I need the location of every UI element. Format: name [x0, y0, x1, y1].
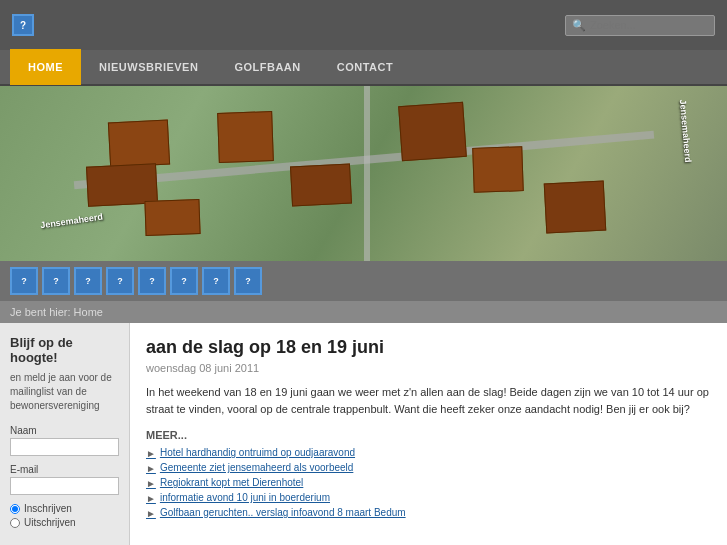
- logo-area: ?: [12, 14, 34, 36]
- sidebar: Blijf op de hoogte! en meld je aan voor …: [0, 323, 130, 545]
- logo-icon: ?: [12, 14, 34, 36]
- article-link-1[interactable]: ►Gemeente ziet jensemaheerd als voorbeel…: [146, 462, 711, 474]
- breadcrumb-prefix: Je bent hier:: [10, 306, 71, 318]
- bullet-arrow: ►: [146, 508, 156, 519]
- thumbnail-2[interactable]: ?: [74, 267, 102, 295]
- article-link-2[interactable]: ►Regiokrant kopt met Dierenhotel: [146, 477, 711, 489]
- sidebar-title: Blijf op de hoogte!: [10, 335, 119, 365]
- hero-image: Jensemaheerd Jensemaheerd: [0, 86, 727, 261]
- article-area: aan de slag op 18 en 19 juni woensdag 08…: [130, 323, 727, 545]
- breadcrumb-current: Home: [74, 306, 103, 318]
- thumbnail-6[interactable]: ?: [202, 267, 230, 295]
- sidebar-description: en meld je aan voor de mailinglist van d…: [10, 371, 119, 413]
- inschrijven-label: Inschrijven: [24, 503, 72, 514]
- article-title: aan de slag op 18 en 19 juni: [146, 337, 711, 358]
- meer-label: MEER...: [146, 429, 711, 441]
- uitschrijven-row[interactable]: Uitschrijven: [10, 517, 119, 528]
- bullet-arrow: ►: [146, 493, 156, 504]
- email-input[interactable]: [10, 477, 119, 495]
- thumbnail-0[interactable]: ?: [10, 267, 38, 295]
- page-header: ? 🔍: [0, 0, 727, 50]
- thumbnail-3[interactable]: ?: [106, 267, 134, 295]
- article-date: woensdag 08 juni 2011: [146, 362, 711, 374]
- main-navigation: HOMENIEUWSBRIEVENGOLFBAANCONTACT: [0, 50, 727, 86]
- article-links: ►Hotel hardhandig ontruimd op oudjaaravo…: [146, 447, 711, 519]
- breadcrumb: Je bent hier: Home: [0, 301, 727, 323]
- nav-item-contact[interactable]: CONTACT: [319, 49, 411, 85]
- search-icon: 🔍: [572, 19, 586, 32]
- inschrijven-radio[interactable]: [10, 504, 20, 514]
- nav-item-golfbaan[interactable]: GOLFBAAN: [216, 49, 318, 85]
- uitschrijven-radio[interactable]: [10, 518, 20, 528]
- bullet-arrow: ►: [146, 478, 156, 489]
- email-label: E-mail: [10, 464, 119, 475]
- bullet-arrow: ►: [146, 463, 156, 474]
- aerial-photo: Jensemaheerd Jensemaheerd: [0, 86, 727, 261]
- thumbnail-4[interactable]: ?: [138, 267, 166, 295]
- thumbnail-strip: ????????: [0, 261, 727, 301]
- nav-item-home[interactable]: HOME: [10, 49, 81, 85]
- article-link-3[interactable]: ►informatie avond 10 juni in boerderium: [146, 492, 711, 504]
- main-content: Blijf op de hoogte! en meld je aan voor …: [0, 323, 727, 545]
- thumbnail-7[interactable]: ?: [234, 267, 262, 295]
- naam-label: Naam: [10, 425, 119, 436]
- thumbnail-5[interactable]: ?: [170, 267, 198, 295]
- bullet-arrow: ►: [146, 448, 156, 459]
- naam-input[interactable]: [10, 438, 119, 456]
- inschrijven-row[interactable]: Inschrijven: [10, 503, 119, 514]
- article-link-4[interactable]: ►Golfbaan geruchten.. verslag infoavond …: [146, 507, 711, 519]
- nav-item-nieuwsbrieven[interactable]: NIEUWSBRIEVEN: [81, 49, 216, 85]
- article-link-0[interactable]: ►Hotel hardhandig ontruimd op oudjaaravo…: [146, 447, 711, 459]
- search-area[interactable]: 🔍: [565, 15, 715, 36]
- search-input[interactable]: [590, 19, 700, 31]
- article-body: In het weekend van 18 en 19 juni gaan we…: [146, 384, 711, 417]
- thumbnail-1[interactable]: ?: [42, 267, 70, 295]
- uitschrijven-label: Uitschrijven: [24, 517, 76, 528]
